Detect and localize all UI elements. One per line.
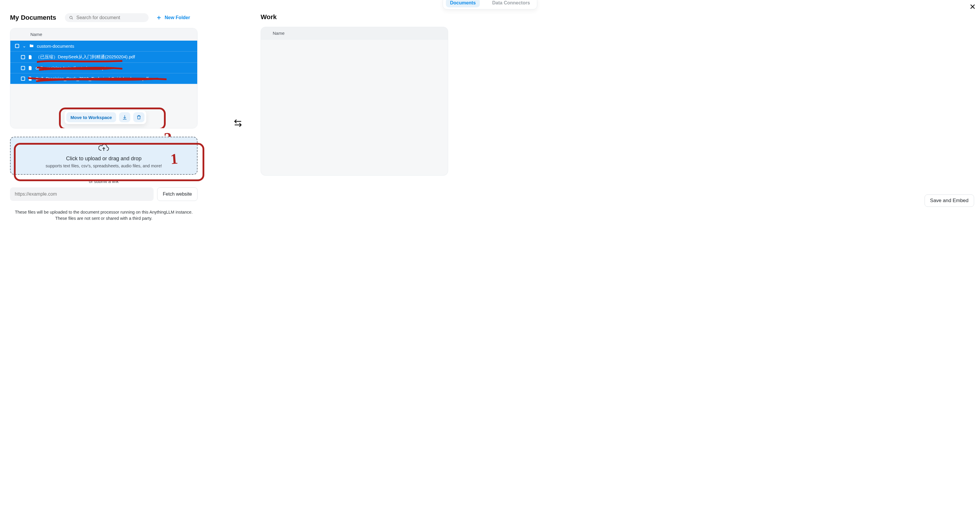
table-row[interactable]: Dell_Precision_Rack_7910_Technical-Guide… [10,73,197,84]
swap-arrows-icon[interactable] [233,118,243,129]
row-checkbox[interactable] [15,44,19,48]
file-icon [28,76,33,81]
row-label: dell-precision-train-the-trainers-....pt… [36,65,108,70]
file-icon [28,66,33,70]
table-row[interactable]: （已压缩）DeepSeek从入门到精通(20250204).pdf [10,52,197,63]
svg-point-0 [70,16,72,19]
upload-instruction: Click to upload or drag and drop [15,155,193,162]
row-label: （已压缩）DeepSeek从入门到精通(20250204).pdf [36,54,135,60]
upload-dropzone[interactable]: Click to upload or drag and drop support… [10,137,197,175]
tab-data-connectors[interactable]: Data Connectors [488,0,534,7]
annotation-number-1: 1 [170,150,178,168]
row-checkbox[interactable] [21,55,25,59]
workspace-panel: Work Name [261,13,449,222]
save-and-embed-button[interactable]: Save and Embed [924,194,974,207]
workspace-table: Name [261,27,448,176]
fetch-website-button[interactable]: Fetch website [157,187,197,201]
url-input[interactable] [10,187,154,201]
bulk-actions-bar: Move to Workspace [65,111,146,124]
file-icon [28,55,33,60]
cloud-upload-icon [99,144,109,154]
chevron-down-icon[interactable]: ⌄ [22,43,26,49]
row-checkbox[interactable] [21,76,25,81]
table-row[interactable]: ⌄ custom-documents [10,41,197,52]
table-row[interactable]: dell-precision-train-the-trainers-....pt… [10,63,197,73]
plus-icon [156,15,162,20]
folder-icon [29,44,34,48]
close-icon[interactable]: ✕ [969,3,976,11]
modal-tabs: Documents Data Connectors [442,0,537,10]
delete-button[interactable] [133,112,145,122]
table-header-name: Name [10,28,197,41]
move-to-workspace-button[interactable]: Move to Workspace [66,112,116,122]
table-empty-area: Move to Workspace [10,84,197,128]
download-button[interactable] [119,112,130,122]
or-submit-link-label: or submit a link [10,179,197,184]
search-input-wrap[interactable] [65,13,149,22]
row-label: Dell_Precision_Rack_7910_Technical-Guide… [36,76,149,81]
row-label: custom-documents [37,44,74,49]
my-documents-title: My Documents [10,14,56,22]
upload-supported-formats: supports text files, csv's, spreadsheets… [15,163,193,168]
search-icon [69,15,73,20]
trash-icon [136,114,142,120]
workspace-header-name: Name [261,27,448,40]
new-folder-button[interactable]: New Folder [156,15,190,20]
tab-documents[interactable]: Documents [446,0,480,7]
my-documents-panel: My Documents New Folder Name ⌄ custom-do… [10,13,208,222]
documents-table: Name ⌄ custom-documents （已压缩）DeepSeek从入门… [10,28,197,128]
download-icon [122,114,127,120]
upload-disclaimer: These files will be uploaded to the docu… [10,209,197,222]
row-checkbox[interactable] [21,66,25,70]
search-input[interactable] [76,15,145,20]
new-folder-label: New Folder [164,15,190,20]
svg-line-1 [72,19,73,19]
workspace-title: Work [261,13,449,21]
